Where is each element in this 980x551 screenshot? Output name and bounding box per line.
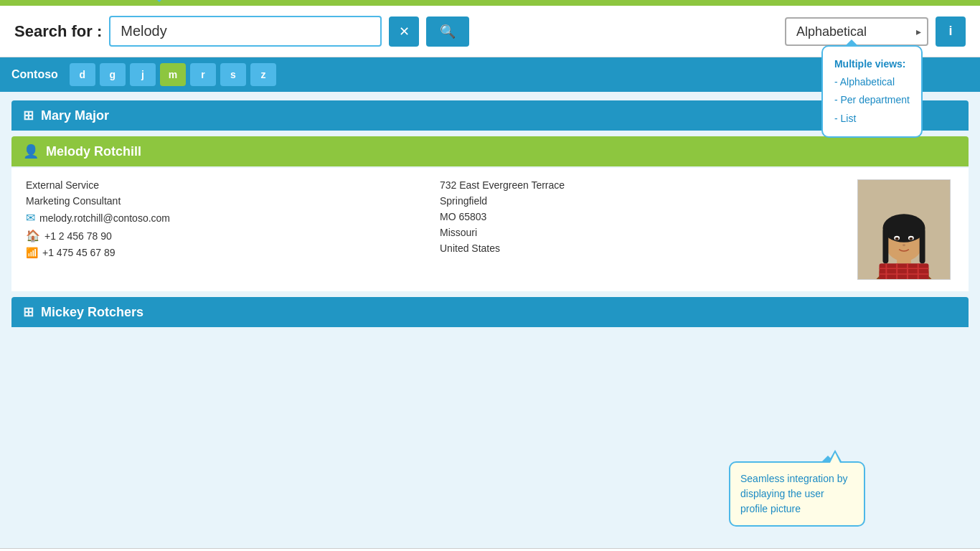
detail-addr5: United States: [440, 242, 839, 254]
nav-letter-r[interactable]: r: [190, 63, 216, 86]
title-text: Marketing Consultant: [26, 195, 121, 207]
nav-letter-j[interactable]: j: [130, 63, 156, 86]
top-green-bar: [0, 0, 980, 6]
addr2-text: Springfield: [440, 195, 487, 207]
nav-letter-m[interactable]: m: [160, 63, 186, 86]
tooltip-profile-text: Seamless integration by displaying the u…: [740, 473, 847, 514]
addr4-text: Missouri: [440, 227, 477, 238]
svg-rect-6: [882, 228, 888, 263]
search-area: Search for : ✕ 🔍 Alphabetical Per depart…: [0, 6, 980, 57]
nav-company: Contoso: [11, 68, 58, 81]
contact-name-mickey: Mickey Rotchers: [41, 305, 143, 320]
contact-icon-mary: ⊞: [23, 108, 34, 123]
detail-right-melody: [854, 179, 954, 280]
contact-header-mickey[interactable]: ⊞ Mickey Rotchers: [11, 297, 969, 327]
profile-svg: [858, 179, 950, 280]
tooltip-profile: Seamless integration by displaying the u…: [729, 461, 865, 527]
search-button[interactable]: 🔍: [426, 17, 469, 47]
svg-point-10: [895, 237, 899, 240]
contact-detail-melody: External Service Marketing Consultant ✉ …: [11, 168, 969, 291]
info-button[interactable]: i: [936, 17, 966, 47]
svg-point-11: [909, 237, 913, 240]
nav-letter-s[interactable]: s: [220, 63, 246, 86]
contact-icon-mickey: ⊞: [23, 304, 34, 320]
info-icon: i: [948, 24, 952, 39]
addr3-text: MO 65803: [440, 211, 486, 222]
clear-icon: ✕: [399, 24, 410, 39]
tooltip-views-title: Multiple views:: [834, 55, 910, 73]
contact-header-melody[interactable]: 👤 Melody Rotchill: [11, 136, 969, 166]
detail-phone-mobile: 📶 +1 475 45 67 89: [26, 247, 425, 258]
profile-photo: [857, 179, 951, 280]
detail-addr2: Springfield: [440, 195, 839, 207]
addr1-text: 732 East Evergreen Terrace: [440, 179, 565, 191]
nav-letter-d[interactable]: d: [70, 63, 95, 86]
detail-phone-home: 🏠 +1 2 456 78 90: [26, 229, 425, 242]
detail-addr3: MO 65803: [440, 211, 839, 222]
svg-point-5: [882, 214, 925, 242]
nav-letter-z[interactable]: z: [250, 63, 276, 86]
home-phone-icon: 🏠: [26, 229, 40, 242]
phone-mobile-text: +1 475 45 67 89: [42, 247, 116, 258]
phone-home-text: +1 2 456 78 90: [44, 230, 112, 242]
detail-email: ✉ melody.rotchill@contoso.com: [26, 211, 425, 225]
contact-name-mary: Mary Major: [41, 108, 109, 123]
svg-rect-7: [920, 228, 925, 263]
department-text: External Service: [26, 179, 99, 191]
email-icon: ✉: [26, 211, 35, 225]
contact-row-mickey: ⊞ Mickey Rotchers: [11, 297, 969, 327]
tooltip-profile-arrow-inner: [829, 453, 841, 464]
contact-name-melody: Melody Rotchill: [46, 144, 141, 159]
search-label: Search for :: [14, 22, 102, 41]
search-input[interactable]: [109, 16, 382, 47]
detail-left-melody: External Service Marketing Consultant ✉ …: [26, 179, 425, 280]
detail-department: External Service: [26, 179, 425, 191]
detail-mid-melody: 732 East Evergreen Terrace Springfield M…: [440, 179, 839, 280]
tooltip-views-item3: - List: [834, 110, 910, 128]
detail-title: Marketing Consultant: [26, 195, 425, 207]
content-area: ⊞ Mary Major 👤 Melody Rotchill External …: [0, 92, 980, 548]
contact-icon-melody: 👤: [23, 143, 39, 159]
contact-row-melody: 👤 Melody Rotchill External Service Marke…: [11, 136, 969, 291]
addr5-text: United States: [440, 242, 500, 254]
mobile-phone-icon: 📶: [26, 247, 38, 258]
svg-point-12: [903, 244, 905, 246]
tooltip-views: Multiple views: - Alphabetical - Per dep…: [821, 45, 923, 138]
search-icon: 🔍: [440, 24, 456, 39]
bottom-scrollbar[interactable]: ◂ ▸: [0, 548, 980, 551]
nav-letter-g[interactable]: g: [100, 63, 126, 86]
clear-button[interactable]: ✕: [389, 17, 419, 47]
tooltip-views-item2: - Per department: [834, 91, 910, 109]
email-text: melody.rotchill@contoso.com: [39, 212, 170, 224]
tooltip-views-item1: - Alphabetical: [834, 73, 910, 91]
detail-addr1: 732 East Evergreen Terrace: [440, 179, 839, 191]
detail-addr4: Missouri: [440, 227, 839, 238]
